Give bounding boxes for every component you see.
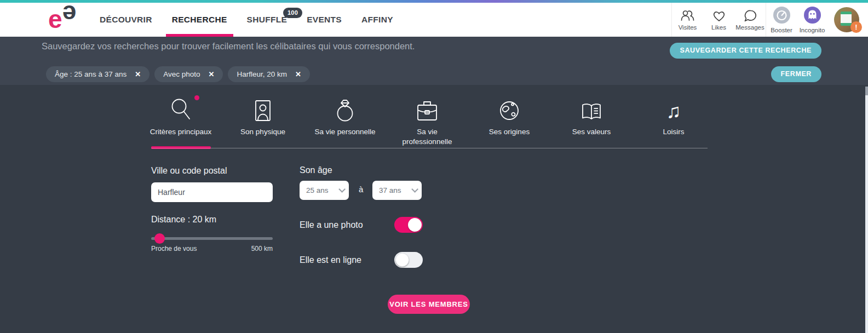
toggle-knob [395,253,409,267]
chevron-down-icon [411,186,418,193]
messages-button[interactable]: Messages [734,3,766,37]
menu-label: DÉCOUVRIR [100,15,152,24]
distance-min-label: Proche de vous [151,245,197,252]
menu-item-shuffle[interactable]: SHUFFLE100 [237,3,297,37]
age-to-value: 37 ans [379,186,401,194]
filter-chips: Âge : 25 ans à 37 ans ✕ Avec photo ✕ Har… [46,66,310,82]
magnifier-icon [169,96,192,122]
booster-label: Booster [771,27,792,33]
logo-left-lobe: e [48,7,62,32]
distance-slider[interactable] [151,233,273,244]
tab-ses-valeurs[interactable]: Ses valeurs [550,96,633,147]
chip-label: Avec photo [163,70,200,78]
city-input[interactable] [151,182,273,202]
search-save-banner: Sauvegardez vos recherches pour trouver … [0,37,868,85]
navbar: e e DÉCOUVRIR RECHERCHE SHUFFLE100 EVENT… [0,3,868,37]
filter-chip-photo[interactable]: Avec photo ✕ [154,66,223,82]
menu-label: AFFINY [361,15,393,24]
menu-item-affiny[interactable]: AFFINY [352,3,403,37]
distance-label: Distance : 20 km [151,215,216,225]
chip-close-icon[interactable]: ✕ [135,70,141,78]
tab-loisirs[interactable]: ♫ Loisirs [633,96,715,147]
chip-label: Âge : 25 ans à 37 ans [55,70,127,78]
slider-track [151,237,273,240]
meetic-heart-logo[interactable]: e e [48,6,83,33]
menu-item-recherche[interactable]: RECHERCHE [162,3,237,37]
portrait-icon [252,96,274,122]
tab-label: Son physique [240,127,285,137]
tab-criteres-principaux[interactable]: Critères principaux [140,96,222,147]
main-menu: DÉCOUVRIR RECHERCHE SHUFFLE100 EVENTS AF… [90,3,403,37]
save-search-button[interactable]: SAUVEGARDER CETTE RECHERCHE [670,43,821,59]
incognito-button[interactable]: Incognito [797,3,827,37]
banner-message: Sauvegardez vos recherches pour trouver … [42,41,415,51]
visites-button[interactable]: Visites [672,3,703,37]
tab-ses-origines[interactable]: Ses origines [468,96,550,147]
likes-label: Likes [711,24,726,31]
tab-son-physique[interactable]: Son physique [222,96,304,147]
tab-label: Ses valeurs [572,127,611,137]
chip-label: Harfleur, 20 km [237,70,287,78]
music-notes-icon: ♫ [666,96,681,122]
ring-icon [334,96,356,122]
chevron-down-icon [338,186,346,193]
ghost-icon [804,7,821,26]
likes-button[interactable]: Likes [703,3,734,37]
globe-icon [498,96,521,122]
city-label: Ville ou code postal [151,166,227,176]
age-joiner-label: à [359,185,363,194]
chip-close-icon[interactable]: ✕ [209,70,215,78]
heart-icon [712,9,726,22]
menu-label: EVENTS [307,15,342,24]
avatar-photo-detail [841,12,852,26]
filter-chip-location[interactable]: Harfleur, 20 km ✕ [228,66,309,82]
online-toggle[interactable] [394,252,423,268]
photo-toggle[interactable] [394,217,423,233]
age-from-value: 25 ans [306,186,329,194]
age-from-select[interactable]: 25 ans [300,181,349,200]
menu-label: RECHERCHE [172,15,227,24]
gauge-icon [773,7,790,26]
age-label: Son âge [300,165,332,175]
profile-alert-badge: ! [850,21,862,33]
messages-label: Messages [735,24,764,31]
tab-label: Loisirs [663,127,684,137]
photo-toggle-label: Elle a une photo [300,220,363,230]
tab-label: Sa vie professionnelle [393,127,462,147]
view-members-button[interactable]: VOIR LES MEMBRES [388,295,470,314]
tabs-separator [151,148,708,148]
distance-max-label: 500 km [249,245,273,252]
visites-label: Visites [679,24,697,31]
briefcase-icon [415,96,439,122]
criteria-tabs: Critères principaux Son physique Sa [140,96,715,147]
two-people-icon [680,9,695,22]
speech-bubble-icon [743,9,757,22]
chip-close-icon[interactable]: ✕ [295,70,301,78]
close-panel-button[interactable]: FERMER [771,66,821,82]
age-to-select[interactable]: 37 ans [372,181,422,200]
tab-label: Sa vie personnelle [314,127,375,137]
booster-button[interactable]: Booster [766,3,797,37]
scrollbar[interactable] [865,87,868,333]
tab-sa-vie-personnelle[interactable]: Sa vie personnelle [304,96,386,147]
incognito-label: Incognito [800,27,825,33]
menu-label: SHUFFLE [247,15,288,24]
search-criteria-panel: Critères principaux Son physique Sa [0,85,868,333]
open-book-icon [579,96,604,122]
tab-label: Critères principaux [150,127,212,137]
scrollbar-thumb[interactable] [865,87,868,95]
tab-label: Ses origines [489,127,530,137]
navbar-right-cluster: Visites Likes Messages [671,3,868,37]
logo-right-lobe: e [62,2,77,27]
online-toggle-label: Elle est en ligne [300,255,361,265]
avatar[interactable]: ! [834,7,859,32]
slider-handle[interactable] [154,233,165,244]
menu-item-decouvrir[interactable]: DÉCOUVRIR [90,3,162,37]
notification-dot [194,95,199,100]
toggle-knob [408,218,422,232]
filter-chip-age[interactable]: Âge : 25 ans à 37 ans ✕ [46,66,150,82]
tab-sa-vie-professionnelle[interactable]: Sa vie professionnelle [386,96,468,147]
menu-item-events[interactable]: EVENTS [297,3,352,37]
